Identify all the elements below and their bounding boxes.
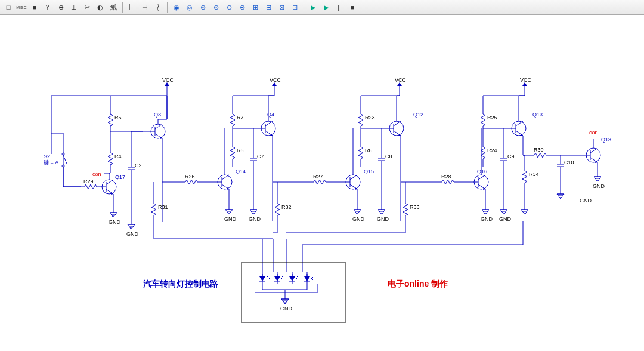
tool-sim3-icon[interactable]: ⊚ (197, 1, 209, 13)
svg-text:con: con (92, 171, 101, 177)
svg-text:R5: R5 (114, 115, 122, 121)
svg-text:GND: GND (249, 216, 261, 222)
svg-text:GND: GND (224, 216, 237, 222)
svg-text:Q18: Q18 (601, 137, 611, 143)
svg-text:R32: R32 (281, 204, 292, 210)
svg-text:Q12: Q12 (413, 112, 423, 118)
svg-text:GND: GND (280, 306, 293, 312)
tool-fill-icon[interactable]: ■ (29, 1, 41, 13)
svg-text:R31: R31 (158, 204, 168, 210)
svg-text:GND: GND (126, 231, 139, 237)
run-pause-icon[interactable]: || (333, 1, 345, 13)
stage-2[interactable]: Q14 R7 R6 C7 Q4 R32 GND GND R27 (218, 90, 347, 222)
title-left: 汽车转向灯控制电路 (143, 279, 218, 288)
tool-misc[interactable]: MISC (16, 1, 27, 13)
schematic-svg: VCC VCC VCC VCC Q3 R5 R4 C2 Q17 con R29 … (0, 15, 644, 350)
svg-text:GND: GND (377, 216, 389, 222)
svg-text:VCC: VCC (395, 77, 407, 83)
svg-text:GND: GND (109, 219, 121, 225)
tool-y-icon[interactable]: Y (42, 1, 54, 13)
svg-text:C2: C2 (135, 162, 142, 168)
svg-text:Q15: Q15 (364, 168, 374, 174)
svg-text:Q16: Q16 (477, 168, 487, 174)
title-right: 电子online 制作 (388, 279, 448, 288)
svg-text:R25: R25 (487, 115, 497, 121)
svg-text:GND: GND (593, 183, 605, 189)
svg-text:Q3: Q3 (154, 112, 161, 118)
output-bus (154, 221, 523, 272)
svg-text:R6: R6 (237, 147, 244, 153)
svg-text:VCC: VCC (162, 77, 174, 83)
separator (122, 2, 123, 13)
tool-sim6-icon[interactable]: ⊝ (236, 1, 248, 13)
svg-text:Q13: Q13 (532, 112, 543, 118)
tool-cut-icon[interactable]: ✂ (81, 1, 93, 13)
tool-sim10-icon[interactable]: ⊡ (289, 1, 301, 13)
svg-text:R30: R30 (534, 147, 544, 153)
svg-text:GND: GND (580, 198, 592, 204)
svg-text:R7: R7 (237, 115, 244, 121)
svg-text:C7: C7 (257, 153, 264, 159)
stage-1[interactable]: Q3 R5 R4 C2 Q17 con R29 S2 键 = A R31 GND… (43, 90, 219, 237)
svg-text:R26: R26 (185, 174, 195, 180)
tool-sim2-icon[interactable]: ◎ (184, 1, 196, 13)
tool-doc-icon[interactable]: 紙 (107, 1, 119, 13)
svg-text:S2: S2 (44, 153, 50, 159)
svg-text:GND: GND (352, 216, 365, 222)
svg-text:键 = A: 键 = A (43, 159, 58, 165)
svg-text:VCC: VCC (270, 77, 281, 83)
tool-ground-icon[interactable]: ⊥ (68, 1, 80, 13)
tool-sim9-icon[interactable]: ⊠ (275, 1, 287, 13)
tool-sim1-icon[interactable]: ◉ (171, 1, 182, 13)
tool-sim4-icon[interactable]: ⊛ (210, 1, 222, 13)
tool-step-icon[interactable]: ⟅ (152, 1, 164, 13)
tool-sim8-icon[interactable]: ⊟ (262, 1, 274, 13)
svg-text:R23: R23 (365, 115, 375, 121)
svg-text:R27: R27 (313, 174, 323, 180)
led-box[interactable]: GND (242, 263, 346, 322)
tool-box-icon[interactable]: □ (2, 1, 14, 13)
svg-text:con: con (589, 130, 598, 136)
tool-align-r-icon[interactable]: ⊣ (139, 1, 151, 13)
svg-text:R34: R34 (529, 171, 539, 177)
svg-text:R29: R29 (83, 178, 94, 184)
tool-circle-icon[interactable]: ◐ (94, 1, 106, 13)
stage-3[interactable]: Q15 R23 R8 C8 Q12 R33 GND GND R28 (346, 90, 475, 222)
vcc-bus: VCC VCC VCC VCC (162, 77, 532, 90)
tool-sim5-icon[interactable]: ⊜ (223, 1, 235, 13)
stage-4[interactable]: Q16 R25 R24 C9 Q13 R30 R34 C10 GND GND G… (474, 90, 611, 222)
svg-text:GND: GND (499, 216, 512, 222)
run-play-icon[interactable]: ▶ (320, 1, 332, 13)
svg-text:VCC: VCC (520, 77, 532, 83)
separator (304, 2, 304, 13)
separator (167, 2, 168, 13)
tool-align-l-icon[interactable]: ⊢ (126, 1, 138, 13)
svg-text:C9: C9 (507, 153, 515, 159)
run-stop-icon[interactable]: ■ (346, 1, 358, 13)
svg-text:C10: C10 (564, 159, 574, 165)
svg-text:Q17: Q17 (115, 174, 125, 180)
svg-text:R33: R33 (410, 204, 420, 210)
svg-text:R28: R28 (441, 174, 451, 180)
svg-text:R4: R4 (114, 153, 122, 159)
schematic-canvas[interactable]: VCC VCC VCC VCC Q3 R5 R4 C2 Q17 con R29 … (0, 15, 644, 350)
tool-target-icon[interactable]: ⊕ (55, 1, 67, 13)
toolbar: □ MISC ■ Y ⊕ ⊥ ✂ ◐ 紙 ⊢ ⊣ ⟅ ◉ ◎ ⊚ ⊛ ⊜ ⊝ ⊞… (0, 0, 644, 15)
svg-text:R8: R8 (365, 147, 372, 153)
svg-text:GND: GND (481, 216, 493, 222)
svg-text:Q14: Q14 (236, 168, 246, 174)
tool-sim7-icon[interactable]: ⊞ (249, 1, 261, 13)
run-step-icon[interactable]: ▶ (307, 1, 319, 13)
svg-text:R24: R24 (487, 147, 497, 153)
svg-text:C8: C8 (385, 153, 392, 159)
